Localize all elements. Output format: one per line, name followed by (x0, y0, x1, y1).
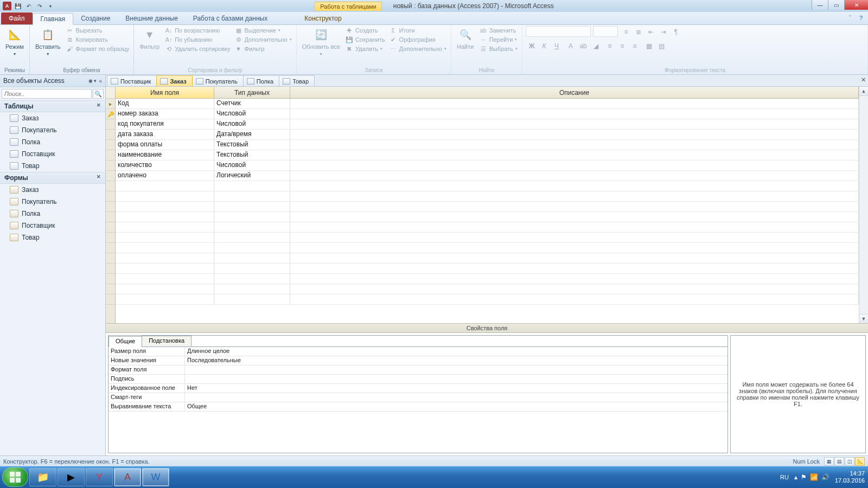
field-row[interactable]: оплаченоЛогический (116, 171, 859, 181)
find-button[interactable]: 🔍Найти (455, 26, 476, 51)
nav-search-input[interactable] (2, 89, 92, 99)
taskbar-media[interactable]: ▶ (58, 468, 85, 486)
field-row[interactable]: дата заказаДата/время (116, 130, 859, 140)
document-tab[interactable]: Покупатель (192, 75, 244, 86)
nav-item[interactable]: Заказ (0, 112, 105, 124)
properties-tab-lookup[interactable]: Подстановка (142, 336, 192, 346)
column-header-datatype[interactable]: Тип данных (214, 87, 290, 98)
bold-icon[interactable]: Ж (526, 40, 538, 52)
field-row[interactable] (116, 253, 859, 264)
underline-icon[interactable]: Ч (551, 40, 563, 52)
row-selector[interactable] (106, 181, 115, 191)
cut-button[interactable]: ✂Вырезать (65, 26, 131, 35)
selection-filter-button[interactable]: ▦Выделение ▾ (234, 26, 293, 35)
property-row[interactable]: Индексированное полеНет (108, 384, 727, 393)
field-row[interactable]: номер заказаЧисловой (116, 109, 859, 119)
field-row[interactable]: наименованиеТекстовый (116, 150, 859, 160)
nav-item[interactable]: Полка (0, 208, 105, 220)
numbering-icon[interactable]: ≣ (633, 26, 644, 38)
ribbon-tab-home[interactable]: Главная (33, 13, 74, 25)
field-row[interactable] (116, 284, 859, 294)
help-icon[interactable]: ? (857, 14, 865, 22)
row-selector[interactable] (106, 222, 115, 233)
document-tab[interactable]: Заказ (156, 75, 192, 86)
datasheet-view-icon[interactable]: ▦ (824, 457, 834, 466)
row-selector[interactable] (106, 150, 115, 160)
taskbar-word[interactable]: W (142, 468, 169, 486)
ribbon-tab-design[interactable]: Конструктор (297, 12, 349, 24)
nav-item[interactable]: Товар (0, 160, 105, 172)
document-tab[interactable]: Поставщик (107, 75, 157, 86)
font-family-combo[interactable] (526, 26, 591, 37)
field-row[interactable] (116, 212, 859, 222)
save-record-button[interactable]: 💾Сохранить (344, 35, 386, 44)
tray-network-icon[interactable]: 📶 (810, 473, 818, 481)
clear-sort-button[interactable]: ⟲Удалить сортировку (164, 44, 231, 53)
more-records-button[interactable]: ⋯Дополнительно ▾ (388, 44, 448, 53)
save-icon[interactable]: 💾 (13, 1, 23, 11)
vertical-scrollbar[interactable]: ▲ ▼ (859, 87, 868, 323)
nav-item[interactable]: Поставщик (0, 148, 105, 160)
nav-item[interactable]: Заказ (0, 184, 105, 196)
paste-button[interactable]: 📋Вставить▼ (33, 26, 63, 59)
document-tab[interactable]: Полка (243, 75, 279, 86)
row-selector[interactable] (106, 294, 115, 305)
advanced-filter-button[interactable]: ⚙Дополнительно ▾ (234, 35, 293, 44)
goto-button[interactable]: →Перейти ▾ (478, 35, 519, 44)
ribbon-tab-dbtools[interactable]: Работа с базами данных (186, 12, 275, 24)
nav-item[interactable]: Поставщик (0, 220, 105, 232)
scroll-down-icon[interactable]: ▼ (859, 314, 868, 323)
row-selector[interactable] (106, 274, 115, 284)
column-header-fieldname[interactable]: Имя поля (116, 87, 214, 98)
ribbon-tab-create[interactable]: Создание (73, 12, 118, 24)
undo-icon[interactable]: ↶ (24, 1, 34, 11)
row-selector[interactable] (106, 171, 115, 181)
indent-decrease-icon[interactable]: ⇤ (645, 26, 657, 38)
align-right-icon[interactable]: ≡ (629, 40, 641, 52)
property-row[interactable]: Выравнивание текстаОбщее (108, 402, 727, 412)
refresh-all-button[interactable]: 🔄Обновить все▼ (300, 26, 342, 59)
row-selector[interactable] (106, 253, 115, 264)
nav-filter-dropdown-icon[interactable]: ◉ ▾ (86, 78, 99, 84)
pivot-chart-view-icon[interactable]: ◫ (845, 457, 854, 466)
language-indicator[interactable]: RU (780, 474, 789, 480)
column-header-description[interactable]: Описание (290, 87, 859, 98)
field-row[interactable] (116, 222, 859, 233)
app-icon[interactable]: A (2, 1, 12, 11)
row-selector[interactable] (106, 202, 115, 212)
nav-collapse-icon[interactable]: « (99, 78, 102, 84)
qat-dropdown-icon[interactable]: ▼ (46, 1, 55, 11)
minimize-button[interactable]: ― (812, 0, 828, 10)
row-selector[interactable] (106, 140, 115, 150)
file-tab[interactable]: Файл (1, 12, 33, 24)
row-selector[interactable] (106, 233, 115, 243)
sort-desc-button[interactable]: A↑По убыванию (164, 35, 231, 44)
select-button[interactable]: ☰Выбрать ▾ (478, 44, 519, 53)
toggle-filter-button[interactable]: ▼Фильтр (234, 44, 293, 53)
copy-button[interactable]: ⧉Копировать (65, 35, 131, 44)
taskbar-access[interactable]: A (114, 468, 141, 486)
totals-button[interactable]: ΣИтоги (388, 26, 448, 35)
property-row[interactable]: Размер поляДлинное целое (108, 347, 727, 356)
taskbar-explorer[interactable]: 📁 (29, 468, 56, 486)
search-icon[interactable]: 🔍 (93, 89, 104, 99)
property-row[interactable]: Смарт-теги (108, 393, 727, 402)
tray-clock[interactable]: 14:37 17.03.2016 (835, 470, 865, 484)
bullets-icon[interactable]: ≡ (620, 26, 632, 38)
properties-tab-general[interactable]: Общие (108, 336, 142, 347)
row-selector[interactable]: 🔑 (106, 109, 115, 119)
property-row[interactable]: Формат поля (108, 365, 727, 375)
property-row[interactable]: Подпись (108, 375, 727, 384)
row-selector[interactable] (106, 191, 115, 202)
row-selector[interactable] (106, 264, 115, 274)
italic-icon[interactable]: К (538, 40, 550, 52)
maximize-button[interactable]: ▭ (828, 0, 844, 10)
row-selector[interactable] (106, 130, 115, 140)
field-row[interactable]: КодСчетчик (116, 99, 859, 109)
row-selector[interactable] (106, 160, 115, 171)
alt-row-color-icon[interactable]: ▤ (655, 40, 667, 52)
delete-record-button[interactable]: ✖Удалить ▾ (344, 44, 386, 53)
field-row[interactable] (116, 233, 859, 243)
indent-increase-icon[interactable]: ⇥ (658, 26, 669, 38)
document-tab[interactable]: Товар (279, 75, 315, 86)
